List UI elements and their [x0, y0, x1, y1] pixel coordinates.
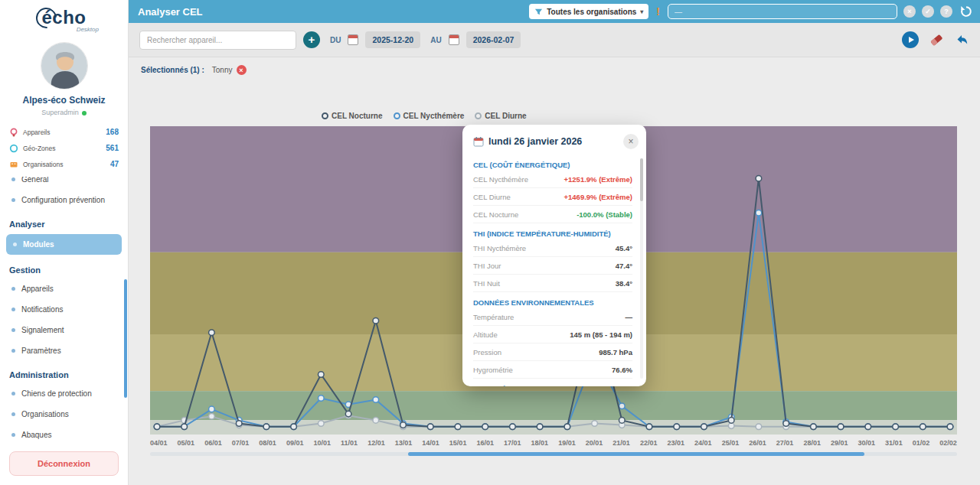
eraser-icon[interactable]	[929, 32, 944, 47]
chart-point-cel-nocturne[interactable]	[427, 424, 433, 430]
sidebar-item-abaques[interactable]: Abaques	[0, 425, 128, 444]
stat-organisations[interactable]: Organisations 47	[9, 156, 119, 172]
chart-point-cel-nocturne[interactable]	[482, 424, 488, 430]
chart-point-cel-nocturne[interactable]	[838, 424, 844, 430]
chart-point-cel-nocturne[interactable]	[318, 372, 325, 378]
chart-point-cel-nocturne[interactable]	[783, 421, 789, 427]
chart-point-cel-nycthemere[interactable]	[209, 406, 215, 412]
sidebar-item-general[interactable]: Général	[0, 177, 128, 190]
add-device-button[interactable]: +	[303, 31, 320, 48]
sidebar-item-chiens-de-protection[interactable]: Chiens de protection	[0, 383, 128, 404]
chart-point-cel-nocturne[interactable]	[947, 424, 953, 430]
refresh-button[interactable]	[959, 4, 974, 19]
selection-row: Sélectionnés (1) : Tonny ×	[129, 57, 980, 83]
clear-button[interactable]: ×	[903, 5, 916, 18]
modal-section-header: THI (INDICE TEMPÉRATURE-HUMIDITÉ)	[473, 229, 632, 238]
geozone-icon	[9, 144, 18, 153]
chart-point-cel-nocturne[interactable]	[619, 418, 626, 424]
x-axis-label: 13/01	[395, 439, 413, 447]
calendar-icon[interactable]	[348, 34, 358, 45]
remove-chip-icon[interactable]: ×	[237, 65, 247, 75]
chart-point-cel-nocturne[interactable]	[537, 424, 543, 430]
chart-point-cel-nocturne[interactable]	[510, 424, 516, 430]
x-axis-label: 02/02	[939, 439, 957, 447]
run-analysis-button[interactable]	[902, 31, 919, 48]
chart-point-cel-nocturne[interactable]	[728, 418, 734, 424]
refresh-icon	[959, 5, 973, 18]
chart-point-cel-nocturne[interactable]	[893, 424, 899, 430]
chart-point-cel-nycthemere[interactable]	[756, 210, 762, 216]
chart-point-cel-nocturne[interactable]	[564, 424, 570, 430]
date-to-value[interactable]: 2026-02-07	[466, 31, 521, 48]
logout-button[interactable]: Déconnexion	[9, 451, 119, 476]
sidebar-item-parametres[interactable]: Paramètres	[0, 340, 128, 361]
modal-scrollbar[interactable]	[640, 158, 643, 379]
chart-point-cel-nycthemere[interactable]	[318, 395, 325, 402]
chart-point-cel-nocturne[interactable]	[291, 424, 297, 430]
sidebar-item-configuration-prevention[interactable]: Configuration prévention	[0, 190, 128, 210]
sidebar-scrollbar[interactable]	[124, 279, 127, 398]
chart-point-cel-nocturne[interactable]	[345, 411, 351, 417]
chart-point-cel-diurne[interactable]	[373, 418, 379, 424]
topbar: Analyser CEL Toutes les organisations ▾ …	[129, 0, 980, 23]
chart-point-cel-nocturne[interactable]	[756, 175, 762, 181]
chart-point-cel-nocturne[interactable]	[811, 424, 817, 430]
chart-point-cel-nocturne[interactable]	[373, 317, 379, 324]
legend-item-cel-nocturne[interactable]: CEL Nocturne	[322, 112, 383, 120]
modal-section-header: CEL (COÛT ÉNERGÉTIQUE)	[473, 161, 632, 169]
chart-point-cel-diurne[interactable]	[209, 413, 215, 419]
sidebar-item-modules[interactable]: Modules	[6, 234, 122, 255]
chart-scrollbar-thumb[interactable]	[408, 452, 864, 456]
chart-point-cel-diurne[interactable]	[592, 421, 598, 427]
chart-point-cel-nycthemere[interactable]	[373, 397, 379, 403]
app-root: écho Desktop Alpes-éco Schweiz Superadmi…	[0, 0, 980, 485]
chart-point-cel-nocturne[interactable]	[236, 421, 242, 427]
sidebar-item-notifications[interactable]: Notifications	[0, 299, 128, 320]
chart-point-cel-nocturne[interactable]	[674, 424, 680, 430]
device-id-input[interactable]	[668, 4, 897, 19]
validate-button[interactable]: ✓	[922, 5, 934, 18]
chart-point-cel-nocturne[interactable]	[646, 424, 652, 430]
organisation-filter-select[interactable]: Toutes les organisations ▾	[529, 4, 648, 19]
chart-point-cel-nocturne[interactable]	[400, 422, 407, 428]
chart-point-cel-nycthemere[interactable]	[619, 403, 626, 409]
legend-item-cel-diurne[interactable]: CEL Diurne	[475, 112, 526, 120]
legend-item-cel-nycthemere[interactable]: CEL Nycthémère	[394, 112, 465, 120]
chart-point-cel-nocturne[interactable]	[263, 424, 270, 430]
stat-value: 47	[110, 160, 119, 168]
undo-icon[interactable]	[954, 32, 969, 47]
stat-appareils[interactable]: Appareils 168	[9, 124, 119, 140]
chart-scrollbar[interactable]	[150, 452, 957, 456]
x-axis-label: 29/01	[831, 439, 848, 447]
day-detail-modal: lundi 26 janvier 2026 × CEL (COÛT ÉNERGÉ…	[462, 125, 646, 386]
stat-label: Appareils	[23, 129, 101, 136]
stat-geozones[interactable]: Géo-Zones 561	[9, 140, 119, 156]
close-icon[interactable]: ×	[623, 134, 639, 149]
warning-icon[interactable]: !	[655, 5, 662, 18]
chart-point-cel-nocturne[interactable]	[455, 424, 461, 430]
sidebar-item-label: Signalement	[21, 326, 64, 334]
sidebar-item-signalement[interactable]: Signalement	[0, 320, 128, 340]
sidebar-item-organisations[interactable]: Organisations	[0, 404, 128, 425]
chart-point-cel-nocturne[interactable]	[181, 424, 188, 430]
chart-point-cel-diurne[interactable]	[756, 424, 762, 430]
bullet-icon	[11, 412, 15, 416]
chart-point-cel-nocturne[interactable]	[701, 424, 707, 430]
calendar-icon[interactable]	[449, 34, 459, 45]
x-axis-label: 15/01	[449, 439, 467, 447]
chart-point-cel-nocturne[interactable]	[209, 330, 215, 336]
search-input[interactable]	[139, 31, 296, 50]
sidebar-item-label: Modules	[23, 240, 54, 249]
date-from-value[interactable]: 2025-12-20	[365, 31, 420, 48]
chart-point-cel-nocturne[interactable]	[920, 424, 926, 430]
sidebar-item-label: Organisations	[21, 410, 69, 418]
modal-row-value: —	[626, 313, 633, 321]
modal-scrollbar-thumb[interactable]	[640, 158, 643, 201]
chart-point-cel-diurne[interactable]	[318, 421, 325, 427]
selected-device-chip[interactable]: Tonny ×	[212, 65, 247, 75]
chart-point-cel-nocturne[interactable]	[865, 424, 871, 430]
sidebar-item-appareils[interactable]: Appareils	[0, 278, 128, 299]
help-button[interactable]: ?	[940, 5, 952, 18]
avatar[interactable]	[41, 42, 88, 90]
chart-point-cel-nocturne[interactable]	[154, 424, 160, 430]
